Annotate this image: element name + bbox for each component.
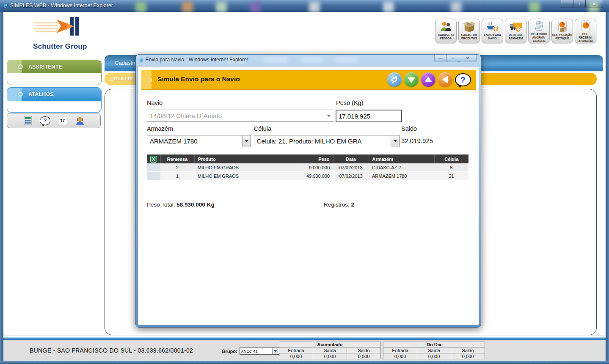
main-window-titlebar: e $IMPLES WEB - Windows Internet Explore… [0,0,609,12]
move-down-button[interactable] [404,72,419,87]
pie-report-icon [579,20,592,32]
chevron-down-icon [327,115,331,117]
dialog-window-controls: — ▫ ✕ [435,55,477,62]
navio-select[interactable]: 14/08/12 Chiara D´Amato [147,110,334,122]
close-button[interactable]: ✕ [585,0,603,8]
toolbar-button-relatorio-anormalidades[interactable]: RELATÓRIO ANORMA- LIDADES [528,19,550,43]
logo-mark-icon [30,16,93,41]
do-dia-table: Do Dia Entrada Saída Saldo 0,000 0,000 0… [383,342,485,359]
chevron-down-icon [272,348,278,354]
dialog-heading: Simula Envio para o Navio [157,75,240,83]
app-header: Schutter Group CADASTRO PESSOA CADASTRO … [3,12,606,55]
grupo-select[interactable]: ANEC 41 [240,347,279,355]
notepad-icon [533,20,546,32]
sidebar-quick-tray: ? 17 [7,113,101,128]
chevron-ring-icon [148,78,152,82]
sidebar-label-atalhos: ATALHOS [28,91,54,97]
table-row[interactable]: 1 MILHO EM GRAOS 49.930.000 07/02/2013 A… [147,172,468,180]
chevron-ring-icon [110,77,114,81]
move-up-button[interactable] [421,72,435,87]
dialog-body: Simula Envio para o Navio ? Navio 14/08/… [138,66,479,325]
divider [3,336,606,336]
celula-select[interactable]: Celula: 21, Produto: MILHO EM GRA [254,135,400,147]
chevron-down-icon [242,135,251,147]
main-toolbar: CADASTRO PESSOA CADASTRO PRODUTOS ENVIO … [435,19,596,43]
user-icon[interactable] [74,115,85,126]
toolbar-button-rel-recebim-armazem[interactable]: REL. RECEBIM. ARMAZÉM [575,19,596,43]
sidebar-header-assistente[interactable]: ASSISTENTE [7,60,101,73]
table-row[interactable]: 2 MILHO EM GRAOS 9.000.000 07/02/2013 CI… [147,163,468,172]
internet-explorer-icon: e [140,57,143,63]
background-artifact [216,2,227,12]
remessas-table: X Remessa Produto Peso Data Armazém Célu… [147,154,468,181]
toolbar-button-cadastro-produtos[interactable]: CADASTRO PRODUTOS [458,19,480,43]
background-artifact [263,57,288,63]
background-artifact [383,2,394,12]
dialog-header-bar: Simula Envio para o Navio ? [141,70,476,90]
dialog-close-button[interactable]: ✕ [459,55,477,62]
truck-icon [509,20,523,33]
dialog-title: Envio para Navio - Windows Internet Expl… [146,57,248,63]
sidebar-panel-assistente: ASSISTENTE [7,60,102,85]
greeting-text: OLÁ FRE [114,76,134,81]
saldo-label: Saldo [401,125,417,132]
background-artifact [135,2,146,12]
back-button[interactable] [438,72,452,87]
box-icon [463,20,476,33]
navio-label: Navio [147,99,163,106]
background-artifact [451,2,462,12]
window-border [0,12,3,364]
refresh-button[interactable] [387,72,402,87]
chevron-down-icon [391,135,399,147]
dialog-actions: ? [387,72,471,87]
sidebar-label-assistente: ASSISTENTE [28,64,62,70]
window-border [0,361,609,364]
toolbar-button-envio-para-navio[interactable]: ENVIO PARA NAVIO [482,19,503,43]
peso-input[interactable] [336,110,402,122]
sidebar-panel-atalhos: ATALHOS [7,87,102,113]
divider [3,337,606,340]
envio-para-navio-dialog: e Envio para Navio - Windows Internet Ex… [135,54,481,328]
status-bar: BUNGE - SAO FRANCISCO DO SUL - 03.639.66… [3,340,606,361]
toolbar-button-cadastro-pessoa[interactable]: CADASTRO PESSOA [435,19,457,43]
grupo-label: Grupo: [222,349,237,354]
triangle-left-icon [442,76,448,83]
dialog-maximize-button[interactable]: ▫ [446,55,459,62]
main-window-controls: — ▫ ✕ [561,0,603,8]
armazem-label: Armazém [147,125,173,132]
pie-report-boxes-icon [556,20,569,33]
table-header-row: X Remessa Produto Peso Data Armazém Célu… [147,154,468,163]
background-artifact [335,57,358,63]
maximize-button[interactable]: ▫ [573,0,586,8]
registros-total: Registros: 2 [324,201,354,208]
table-totals: Peso Total: 58.930.000 Kg Registros: 2 [147,201,468,208]
minimize-button[interactable]: — [561,0,573,8]
do-dia-title: Do Dia [383,342,485,347]
background-artifact [301,57,322,63]
sidebar-header-atalhos[interactable]: ATALHOS [7,88,101,101]
dialog-minimize-button[interactable]: — [434,55,447,62]
background-artifact [182,2,193,12]
people-icon [440,20,452,33]
desktop-screenshot: e $IMPLES WEB - Windows Internet Explore… [0,0,609,364]
toolbar-button-recebim-armazem[interactable]: RECEBIM. ARMAZÉM [505,19,526,43]
background-artifact [250,2,261,12]
acumulado-table: Acumulado Entrada Saída Saldo 0,000 0,00… [279,342,381,359]
help-icon[interactable]: ? [40,115,51,126]
background-artifact [529,2,540,12]
calculator-icon[interactable] [22,115,33,126]
background-artifact [309,2,320,12]
peso-total: Peso Total: 58.930.000 Kg [147,201,215,208]
calendar-icon[interactable]: 17 [57,115,68,126]
company-identifier: BUNGE - SAO FRANCISCO DO SUL - 03.639.66… [30,347,193,354]
internet-explorer-icon: e [3,2,7,9]
calendar-day: 17 [60,119,65,123]
toolbar-button-rel-posicao-estoque[interactable]: REL. POSIÇÃO ESTOQUE [551,19,573,43]
peso-label: Peso (Kg) [336,99,363,106]
triangle-down-icon [408,77,415,83]
acumulado-title: Acumulado [279,342,381,347]
help-button[interactable]: ? [455,73,471,86]
armazem-select[interactable]: ARMAZEM 1780 [147,135,251,147]
brand-name: Schutter Group [33,42,87,51]
export-excel-icon[interactable]: X [150,156,157,163]
